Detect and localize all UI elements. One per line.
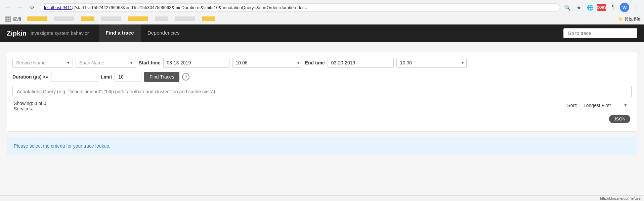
results-header: Showing: 0 of 0 Services: Sort: Longest … xyxy=(12,97,632,113)
bookmark-item[interactable] xyxy=(199,16,218,23)
help-icon-label: ? xyxy=(184,74,187,80)
browser-chrome: ← → ⟳ localhost:9411/?startTs=1552442796… xyxy=(0,0,644,24)
apps-label: 应用 xyxy=(13,16,21,22)
limit-label: Limit xyxy=(101,74,112,80)
start-time-wrapper: ▼ xyxy=(232,58,302,68)
showing-text: Showing: 0 of 0 xyxy=(14,101,567,106)
duration-label: Duration (µs) >= xyxy=(12,74,48,80)
apps-grid-icon xyxy=(5,16,11,22)
start-time-input[interactable] xyxy=(232,58,302,68)
span-name-select[interactable]: Span Name xyxy=(76,58,136,68)
reload-button[interactable]: ⟳ xyxy=(28,3,37,12)
menu-icon[interactable]: ⋮ xyxy=(631,3,641,12)
address-path: /?startTs=1552442796963&endTs=1553047596… xyxy=(72,5,307,10)
bookmark-item[interactable] xyxy=(125,16,151,23)
end-date-input[interactable] xyxy=(328,58,394,68)
sort-area: Sort: Longest First Shortest First Newes… xyxy=(567,101,630,110)
other-bookmarks-label: 其他书签 xyxy=(625,16,641,22)
info-box: Please select the criteria for your trac… xyxy=(7,137,637,155)
main-content: Service Name ▼ Span Name ▼ Start time ▼ … xyxy=(0,42,644,162)
nav-find-trace-label: Find a trace xyxy=(105,30,134,36)
app-nav-items: Find a trace Dependencies xyxy=(99,24,186,42)
cors-icon[interactable]: CORS xyxy=(597,4,606,11)
search-icon[interactable]: 🔍 xyxy=(563,3,572,12)
json-label: JSON xyxy=(614,116,626,121)
end-time-wrapper: ▼ xyxy=(396,58,467,68)
profile-icon[interactable]: W xyxy=(620,3,629,12)
earth-icon[interactable]: 🌐 xyxy=(586,3,595,12)
app-logo: Zipkin xyxy=(7,30,27,37)
address-bar[interactable]: localhost:9411/?startTs=1552442796963&en… xyxy=(40,3,560,12)
bookmark-item[interactable] xyxy=(78,16,97,23)
json-button[interactable]: JSON xyxy=(609,115,630,123)
back-button[interactable]: ← xyxy=(3,3,13,12)
sort-select[interactable]: Longest First Shortest First Newest Firs… xyxy=(580,101,630,110)
search-row-1: Service Name ▼ Span Name ▼ Start time ▼ … xyxy=(12,58,632,68)
help-icon[interactable]: ? xyxy=(182,73,189,81)
extension-icon[interactable]: ¶ xyxy=(608,3,618,12)
go-to-trace-input[interactable] xyxy=(563,28,637,38)
bookmark-item[interactable] xyxy=(51,16,77,23)
app-navbar: Zipkin Investigate system behavior Find … xyxy=(0,24,644,42)
service-name-select[interactable]: Service Name xyxy=(12,58,73,68)
search-panel: Service Name ▼ Span Name ▼ Start time ▼ … xyxy=(7,52,637,132)
duration-input[interactable] xyxy=(51,72,98,82)
nav-dependencies-label: Dependencies xyxy=(147,30,180,36)
browser-toolbar: ← → ⟳ localhost:9411/?startTs=1552442796… xyxy=(0,0,644,15)
address-host: localhost:9411 xyxy=(44,5,72,10)
bookmark-folder-icon: 📁 xyxy=(618,17,623,22)
search-row-2: Duration (µs) >= Limit Find Traces ? xyxy=(12,72,632,82)
json-row: JSON xyxy=(12,113,632,126)
services-text: Services: xyxy=(14,106,567,111)
bookmark-item[interactable] xyxy=(25,16,50,23)
bookmark-item[interactable] xyxy=(172,16,198,23)
end-time-input[interactable] xyxy=(396,58,467,68)
bookmark-star-icon[interactable]: ★ xyxy=(574,3,584,12)
start-time-label: Start time xyxy=(139,60,161,65)
other-bookmarks[interactable]: 📁 其他书签 xyxy=(618,16,641,22)
service-name-wrapper: Service Name ▼ xyxy=(12,58,73,68)
nav-find-trace[interactable]: Find a trace xyxy=(99,24,140,42)
limit-input[interactable] xyxy=(115,72,141,82)
bookmark-item[interactable] xyxy=(98,16,124,23)
sort-label: Sort: xyxy=(567,103,577,108)
nav-dependencies[interactable]: Dependencies xyxy=(141,24,186,42)
bookmarks-apps[interactable]: 应用 xyxy=(3,16,23,23)
results-info: Showing: 0 of 0 Services: xyxy=(14,101,567,111)
bookmarks-bar: 应用 📁 其他书签 xyxy=(0,15,644,24)
end-time-label: End time xyxy=(305,60,325,65)
find-traces-label: Find Traces xyxy=(149,74,174,80)
annotations-row xyxy=(12,86,632,97)
info-message: Please select the criteria for your trac… xyxy=(14,143,111,149)
sort-select-wrapper: Longest First Shortest First Newest Firs… xyxy=(580,101,630,110)
address-bar-url: localhost:9411/?startTs=1552442796963&en… xyxy=(44,5,556,10)
bookmark-item[interactable] xyxy=(152,16,171,23)
span-name-wrapper: Span Name ▼ xyxy=(76,58,136,68)
browser-icons: 🔍 ★ 🌐 CORS ¶ W ⋮ xyxy=(563,3,641,12)
annotations-input[interactable] xyxy=(12,86,632,97)
app-tagline: Investigate system behavior xyxy=(31,31,89,36)
start-date-input[interactable] xyxy=(163,58,229,68)
find-traces-button[interactable]: Find Traces xyxy=(144,72,179,82)
forward-button[interactable]: → xyxy=(15,3,25,12)
